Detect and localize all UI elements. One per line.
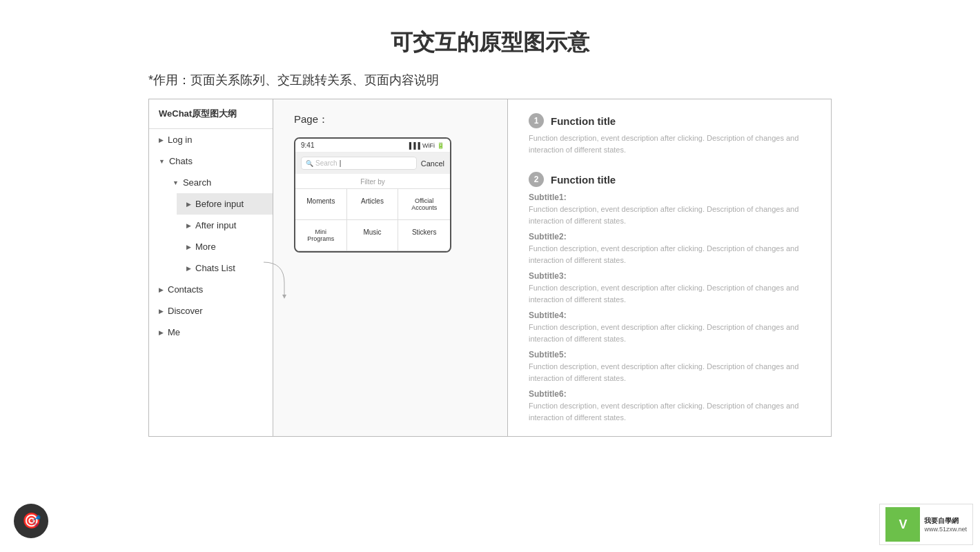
site-name: 我要自學網: [924, 516, 967, 526]
page-title: 可交互的原型图示意: [0, 0, 980, 72]
sidebar-item-discover[interactable]: ▶ Discover: [149, 300, 273, 322]
annotation-function-title-2: Function title: [551, 174, 616, 186]
arrow-icon: ▶: [186, 265, 191, 272]
sidebar-title: WeChat原型图大纲: [149, 99, 273, 129]
arrow-icon: ▶: [186, 222, 191, 229]
phone-filter-label: Filter by: [295, 174, 450, 188]
annotation-subdesc-3: Function description, event description …: [529, 282, 810, 305]
page-area: Page： 9:41 ▐▐▐ WiFi 🔋 🔍 Search | Cancel: [273, 99, 508, 436]
annotation-subdesc-5: Function description, event description …: [529, 361, 810, 384]
sidebar-item-more[interactable]: ▶ More: [177, 236, 273, 257]
annotation-item-1: 1 Function title Function description, e…: [529, 113, 810, 155]
phone-status-icons: ▐▐▐ WiFi 🔋: [407, 142, 444, 149]
cursor-indicator: |: [340, 159, 342, 167]
arrow-icon: ▼: [173, 179, 179, 186]
annotation-function-title-1: Function title: [551, 115, 616, 127]
annotation-area: 1 Function title Function description, e…: [508, 99, 831, 436]
logo-icon: 🎯: [22, 512, 41, 530]
filter-cell-official-accounts[interactable]: OfficialAccounts: [398, 189, 450, 220]
annotation-number-1: 1: [529, 113, 544, 128]
annotation-desc-1: Function description, event description …: [529, 132, 810, 155]
filter-cell-moments[interactable]: Moments: [295, 189, 347, 220]
filter-cell-articles[interactable]: Articles: [347, 189, 399, 220]
sidebar-item-search[interactable]: ▼ Search: [163, 172, 273, 193]
annotation-subdesc-2: Function description, event description …: [529, 243, 810, 266]
arrow-icon: ▶: [186, 244, 191, 250]
sidebar-item-login[interactable]: ▶ Log in: [149, 129, 273, 150]
arrow-icon: ▼: [159, 158, 165, 165]
annotation-number-2: 2: [529, 172, 544, 187]
filter-cell-stickers[interactable]: Stickers: [398, 220, 450, 251]
sidebar-sub-search: ▶ Before input ▶ After input ▶ More ▶ Ch…: [163, 193, 273, 279]
page-subtitle: *作用：页面关系陈列、交互跳转关系、页面内容说明: [0, 72, 980, 99]
sidebar-item-chats[interactable]: ▼ Chats: [149, 150, 273, 172]
search-placeholder: Search: [315, 159, 337, 167]
battery-icon: 🔋: [437, 142, 444, 149]
annotation-item-2: 2 Function title Subtitle1: Function des…: [529, 172, 810, 423]
sidebar-item-after-input[interactable]: ▶ After input: [177, 215, 273, 236]
wifi-icon: WiFi: [422, 142, 435, 149]
annotation-subtitle-1: Subtitle1:: [529, 193, 810, 202]
filter-cell-mini-programs[interactable]: MiniPrograms: [295, 220, 347, 251]
annotation-subtitle-2: Subtitle2:: [529, 232, 810, 241]
annotation-subtitle-3: Subtitle3:: [529, 271, 810, 281]
arrow-icon: ▶: [159, 308, 164, 315]
annotation-header-1: 1 Function title: [529, 113, 810, 128]
phone-time: 9:41: [301, 141, 314, 149]
signal-icon: ▐▐▐: [407, 142, 420, 149]
annotation-subtitle-4: Subtitle4:: [529, 310, 810, 320]
sidebar-item-contacts[interactable]: ▶ Contacts: [149, 279, 273, 300]
annotation-header-2: 2 Function title: [529, 172, 810, 187]
arrow-icon: ▶: [159, 137, 164, 144]
sidebar-item-chats-list[interactable]: ▶ Chats List: [177, 257, 273, 279]
filter-cell-music[interactable]: Music: [347, 220, 399, 251]
annotation-subdesc-4: Function description, event description …: [529, 322, 810, 344]
search-icon: 🔍: [306, 160, 313, 167]
annotation-subtitle-5: Subtitle5:: [529, 350, 810, 359]
site-logo-icon: V: [885, 507, 920, 542]
sidebar-item-before-input[interactable]: ▶ Before input: [177, 193, 273, 215]
phone-mockup: 9:41 ▐▐▐ WiFi 🔋 🔍 Search | Cancel Filter…: [294, 137, 451, 253]
bottom-left-logo: 🎯: [14, 504, 48, 538]
bottom-right-logo: V 我要自學網 www.51zxw.net: [879, 504, 973, 545]
arrow-icon: ▶: [159, 329, 164, 336]
sidebar-sub-chats: ▼ Search ▶ Before input ▶ After input ▶ …: [149, 172, 273, 279]
arrow-icon: ▶: [186, 201, 191, 208]
main-container: WeChat原型图大纲 ▶ Log in ▼ Chats ▼ Search ▶ …: [148, 99, 832, 437]
page-label: Page：: [294, 113, 329, 126]
arrow-icon: ▶: [159, 286, 164, 293]
annotation-subdesc-6: Function description, event description …: [529, 400, 810, 423]
phone-search-input[interactable]: 🔍 Search |: [301, 157, 417, 170]
phone-status-bar: 9:41 ▐▐▐ WiFi 🔋: [295, 139, 450, 152]
annotation-subdesc-1: Function description, event description …: [529, 204, 810, 226]
sidebar-item-me[interactable]: ▶ Me: [149, 322, 273, 343]
annotation-subtitle-6: Subtitle6:: [529, 389, 810, 399]
phone-filter-grid: Moments Articles OfficialAccounts MiniPr…: [295, 188, 450, 251]
sidebar: WeChat原型图大纲 ▶ Log in ▼ Chats ▼ Search ▶ …: [149, 99, 273, 436]
phone-cancel-button[interactable]: Cancel: [421, 159, 444, 168]
phone-search-bar: 🔍 Search | Cancel: [295, 152, 450, 174]
site-url: www.51zxw.net: [924, 526, 967, 533]
site-logo-text: 我要自學網 www.51zxw.net: [924, 516, 967, 533]
